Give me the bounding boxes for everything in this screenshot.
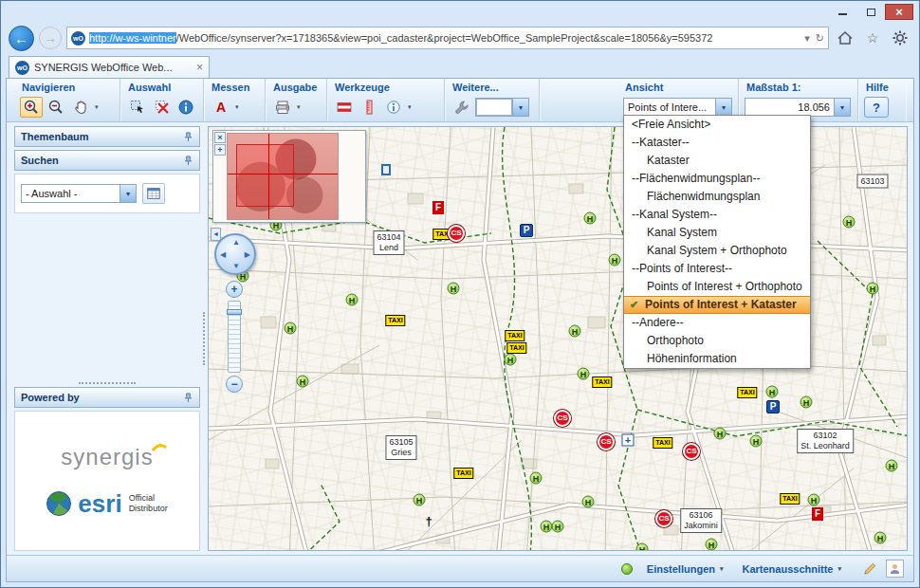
- h-marker[interactable]: H: [414, 494, 426, 506]
- user-avatar[interactable]: [886, 560, 904, 578]
- view-option[interactable]: Flächenwidmungsplan: [624, 188, 810, 206]
- h-marker[interactable]: H: [714, 428, 727, 440]
- address-bar[interactable]: wO http://w-ws-wintner/WebOffice/synserv…: [66, 27, 829, 49]
- overview-close-icon[interactable]: ×: [214, 132, 226, 143]
- pan-up-icon[interactable]: ▲: [232, 238, 240, 247]
- zoom-slider[interactable]: [228, 301, 241, 373]
- search-select[interactable]: - Auswahl - ▾: [21, 184, 137, 203]
- h-marker[interactable]: H: [843, 216, 856, 229]
- scale-value[interactable]: 18.056: [745, 99, 834, 116]
- cs-marker[interactable]: CS: [554, 410, 571, 427]
- view-option[interactable]: --Flächenwidmungsplan--: [624, 170, 810, 188]
- h-marker[interactable]: H: [448, 283, 460, 295]
- view-option[interactable]: --Points of Interest--: [624, 260, 810, 278]
- view-option-selected[interactable]: ✔Points of Interest + Kataster: [624, 296, 810, 314]
- view-option[interactable]: --Kataster--: [624, 134, 810, 152]
- chevron-down-icon[interactable]: ▾: [297, 103, 301, 111]
- view-option[interactable]: Points of Interest + Orthophoto: [624, 278, 810, 296]
- view-option[interactable]: Kanal System + Orthophoto: [624, 242, 810, 260]
- f-marker[interactable]: F: [812, 507, 823, 521]
- cs-marker[interactable]: CS: [598, 433, 615, 450]
- sq-marker[interactable]: [381, 164, 391, 175]
- close-button[interactable]: ×: [885, 4, 913, 20]
- h-marker[interactable]: H: [505, 354, 517, 366]
- view-option[interactable]: Orthophoto: [624, 332, 810, 350]
- overview-move-icon[interactable]: +: [214, 144, 226, 156]
- h-marker[interactable]: H: [569, 325, 581, 338]
- view-option[interactable]: Kataster: [624, 152, 810, 170]
- pin-icon[interactable]: [183, 156, 193, 166]
- themenbaum-panel-header[interactable]: Themenbaum: [14, 126, 200, 147]
- f-marker[interactable]: F: [432, 201, 444, 214]
- redlining-button[interactable]: [333, 97, 356, 118]
- autocomplete-dropdown-icon[interactable]: ▾: [804, 32, 810, 45]
- home-button[interactable]: [834, 27, 856, 49]
- chevron-down-icon[interactable]: ▾: [235, 103, 239, 111]
- pan-pad[interactable]: ▲ ▼ ◀ ▶: [214, 233, 256, 275]
- taxi-marker[interactable]: TAXI: [592, 377, 612, 388]
- taxi-marker[interactable]: TAXI: [653, 437, 672, 449]
- settings-menu[interactable]: Einstellungen ▾: [647, 563, 724, 575]
- h-marker[interactable]: H: [582, 496, 595, 508]
- measure-ruler-button[interactable]: [358, 97, 380, 118]
- minimize-button[interactable]: [828, 4, 856, 20]
- pan-left-icon[interactable]: ◀: [220, 250, 226, 259]
- info-tool-button[interactable]: [382, 97, 405, 118]
- cs-marker[interactable]: CS: [655, 510, 672, 527]
- tab-weboffice[interactable]: wO SYNERGIS WebOffice Web... ×: [9, 56, 210, 78]
- more-tools-select[interactable]: ▾: [475, 98, 529, 117]
- taxi-marker[interactable]: TAXI: [505, 330, 524, 341]
- overview-map[interactable]: × +: [212, 130, 366, 223]
- chevron-down-icon[interactable]: ▾: [408, 103, 412, 111]
- map-extents-menu[interactable]: Kartenausschnitte ▾: [743, 563, 842, 575]
- overview-image[interactable]: [227, 133, 339, 220]
- chevron-down-icon[interactable]: ▾: [95, 103, 99, 111]
- overview-extent-rect[interactable]: [236, 144, 293, 208]
- chevron-down-icon[interactable]: ▾: [834, 99, 850, 116]
- h-marker[interactable]: H: [552, 521, 564, 533]
- h-marker[interactable]: H: [867, 283, 879, 295]
- refresh-icon[interactable]: ↻: [816, 32, 824, 45]
- taxi-marker[interactable]: TAXI: [506, 342, 526, 354]
- h-marker[interactable]: H: [346, 294, 359, 306]
- view-option[interactable]: --Andere--: [624, 314, 810, 332]
- h-marker[interactable]: H: [636, 543, 649, 552]
- h-marker[interactable]: H: [706, 539, 718, 551]
- cs-marker[interactable]: CS: [448, 225, 465, 242]
- pin-icon[interactable]: [183, 132, 193, 142]
- chevron-down-icon[interactable]: ▾: [715, 99, 731, 116]
- h-marker[interactable]: H: [808, 494, 820, 506]
- search-report-button[interactable]: [142, 183, 165, 204]
- p-marker[interactable]: P: [520, 224, 533, 237]
- help-button[interactable]: ?: [864, 97, 889, 118]
- sidebar-splitter[interactable]: [200, 126, 208, 551]
- h-marker[interactable]: H: [530, 472, 543, 485]
- cs-marker[interactable]: CS: [683, 443, 700, 460]
- view-option[interactable]: <Freie Ansicht>: [624, 116, 810, 134]
- h-marker[interactable]: H: [297, 376, 309, 388]
- more-tools-button[interactable]: [451, 97, 473, 118]
- cross-marker[interactable]: †: [425, 514, 432, 528]
- view-option[interactable]: Kanal System: [624, 224, 810, 242]
- zoom-in-button[interactable]: [20, 97, 43, 118]
- taxi-marker[interactable]: TAXI: [385, 315, 405, 326]
- url-text[interactable]: http://w-ws-wintner/WebOffice/synserver?…: [89, 32, 800, 44]
- pencil-icon[interactable]: [862, 560, 878, 577]
- taxi-marker[interactable]: TAXI: [453, 468, 473, 479]
- settings-button[interactable]: [889, 27, 911, 49]
- sidebar-horizontal-splitter[interactable]: [14, 379, 200, 387]
- favorites-button[interactable]: ☆: [861, 27, 884, 49]
- taxi-marker[interactable]: TAXI: [737, 387, 757, 398]
- suchen-panel-header[interactable]: Suchen: [14, 150, 200, 171]
- zoom-in-control[interactable]: +: [226, 281, 243, 298]
- print-button[interactable]: [271, 97, 294, 118]
- scale-input[interactable]: 18.056 ▾: [745, 98, 851, 117]
- maximize-button[interactable]: [856, 4, 885, 20]
- h-marker[interactable]: H: [578, 368, 590, 380]
- pan-down-icon[interactable]: ▼: [232, 262, 240, 270]
- clear-selection-button[interactable]: [151, 97, 174, 118]
- h-marker[interactable]: H: [609, 254, 621, 266]
- powered-by-panel-header[interactable]: Powered by: [14, 387, 200, 408]
- chevron-down-icon[interactable]: ▾: [512, 99, 528, 116]
- window-titlebar[interactable]: ×: [1, 1, 919, 22]
